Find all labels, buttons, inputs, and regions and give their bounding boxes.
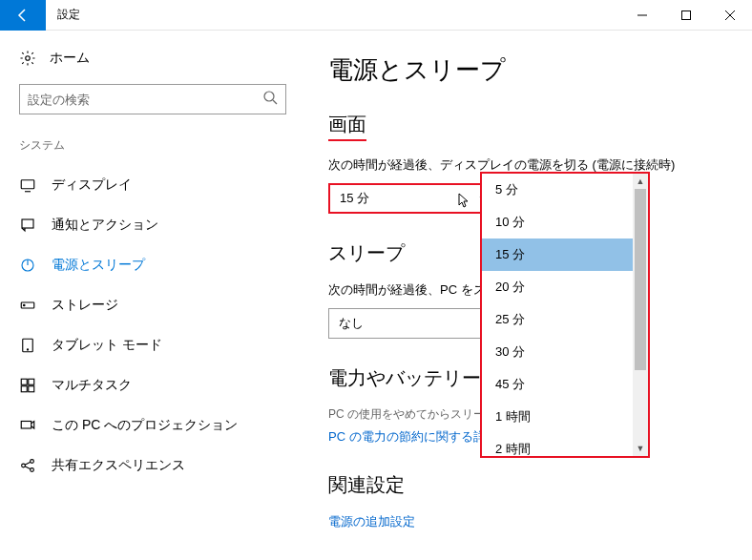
sleep-field-label: 次の時間が経過後、PC をスリープ状態にする (電源に接続時) xyxy=(328,281,500,299)
svg-rect-19 xyxy=(29,386,34,392)
maximize-button[interactable] xyxy=(664,0,708,31)
svg-rect-7 xyxy=(21,180,34,189)
dropdown-option[interactable]: 1 時間 xyxy=(482,401,633,433)
svg-point-4 xyxy=(26,56,31,61)
sidebar-item-label: 通知とアクション xyxy=(52,217,158,234)
search-icon xyxy=(262,90,278,109)
sidebar-item-storage[interactable]: ストレージ xyxy=(0,285,305,325)
svg-line-25 xyxy=(25,467,31,469)
svg-point-21 xyxy=(22,464,26,467)
svg-line-6 xyxy=(273,100,277,104)
gear-icon xyxy=(19,50,36,67)
minimize-button[interactable] xyxy=(620,0,664,31)
sidebar-item-label: ディスプレイ xyxy=(52,176,132,194)
back-button[interactable] xyxy=(0,0,46,31)
dropdown-option[interactable]: 30 分 xyxy=(482,336,633,368)
tablet-icon xyxy=(19,337,36,354)
main-content: 電源とスリープ 画面 次の時間が経過後、ディスプレイの電源を切る (電源に接続時… xyxy=(305,31,752,560)
search-input-container[interactable] xyxy=(19,84,286,114)
dropdown-panel: 5 分 10 分 15 分 20 分 25 分 30 分 45 分 1 時間 2… xyxy=(480,172,650,458)
svg-rect-18 xyxy=(21,386,27,392)
svg-rect-20 xyxy=(21,422,31,429)
svg-rect-1 xyxy=(682,10,691,19)
home-button[interactable]: ホーム xyxy=(0,50,305,84)
close-button[interactable] xyxy=(708,0,752,31)
sidebar-item-notifications[interactable]: 通知とアクション xyxy=(0,205,305,245)
related-heading: 関連設定 xyxy=(328,472,725,498)
category-label: システム xyxy=(0,137,305,165)
display-icon xyxy=(19,176,36,194)
sleep-timeout-select[interactable]: なし xyxy=(328,308,500,339)
sidebar-item-label: ストレージ xyxy=(52,297,118,314)
dropdown-option[interactable]: 5 分 xyxy=(482,174,633,206)
sidebar-item-label: 共有エクスペリエンス xyxy=(52,457,185,474)
scrollbar-down-icon[interactable]: ▼ xyxy=(633,441,648,456)
screen-heading: 画面 xyxy=(328,112,725,141)
page-title: 電源とスリープ xyxy=(328,53,725,87)
sidebar-item-label: この PC へのプロジェクション xyxy=(52,417,238,434)
dropdown-option[interactable]: 20 分 xyxy=(482,271,633,303)
svg-point-13 xyxy=(24,304,26,306)
sidebar-item-power[interactable]: 電源とスリープ xyxy=(0,245,305,285)
projection-icon xyxy=(19,417,36,434)
scrollbar-up-icon[interactable]: ▲ xyxy=(633,174,648,189)
window-title: 設定 xyxy=(57,7,620,23)
dropdown-option[interactable]: 25 分 xyxy=(482,303,633,336)
svg-rect-9 xyxy=(22,219,33,228)
svg-point-15 xyxy=(27,349,28,350)
share-icon xyxy=(19,457,36,474)
storage-icon xyxy=(19,297,36,314)
screen-timeout-select[interactable]: 15 分 xyxy=(328,183,500,214)
svg-point-22 xyxy=(31,460,34,464)
sidebar: ホーム システム ディスプレイ 通知とアクション 電源とスリープ ストレージ タ xyxy=(0,31,305,560)
svg-rect-16 xyxy=(21,379,27,384)
svg-line-24 xyxy=(25,462,31,465)
sidebar-item-label: タブレット モード xyxy=(52,337,162,354)
dropdown-option[interactable]: 2 時間 xyxy=(482,433,633,466)
cursor-icon xyxy=(458,193,471,213)
dropdown-option-selected[interactable]: 15 分 xyxy=(482,239,633,271)
sidebar-item-multitask[interactable]: マルチタスク xyxy=(0,365,305,405)
select-value: なし xyxy=(339,315,364,332)
sidebar-item-projection[interactable]: この PC へのプロジェクション xyxy=(0,405,305,446)
sidebar-item-label: マルチタスク xyxy=(52,377,132,394)
related-link[interactable]: 電源の追加設定 xyxy=(328,513,725,530)
select-value: 15 分 xyxy=(340,190,369,207)
dropdown-option[interactable]: 45 分 xyxy=(482,368,633,401)
power-icon xyxy=(19,257,36,274)
sidebar-item-label: 電源とスリープ xyxy=(52,257,145,274)
scrollbar[interactable]: ▲ ▼ xyxy=(633,174,648,456)
notification-icon xyxy=(19,217,36,234)
sidebar-item-display[interactable]: ディスプレイ xyxy=(0,165,305,205)
svg-point-23 xyxy=(31,468,34,472)
titlebar: 設定 xyxy=(0,0,752,31)
home-label: ホーム xyxy=(50,50,90,67)
multitask-icon xyxy=(19,377,36,394)
svg-rect-17 xyxy=(29,379,34,384)
sidebar-item-tablet[interactable]: タブレット モード xyxy=(0,325,305,365)
search-input[interactable] xyxy=(28,93,262,107)
scrollbar-thumb[interactable] xyxy=(635,189,646,370)
sidebar-item-shared[interactable]: 共有エクスペリエンス xyxy=(0,446,305,486)
dropdown-option[interactable]: 10 分 xyxy=(482,206,633,239)
svg-point-5 xyxy=(264,92,274,101)
